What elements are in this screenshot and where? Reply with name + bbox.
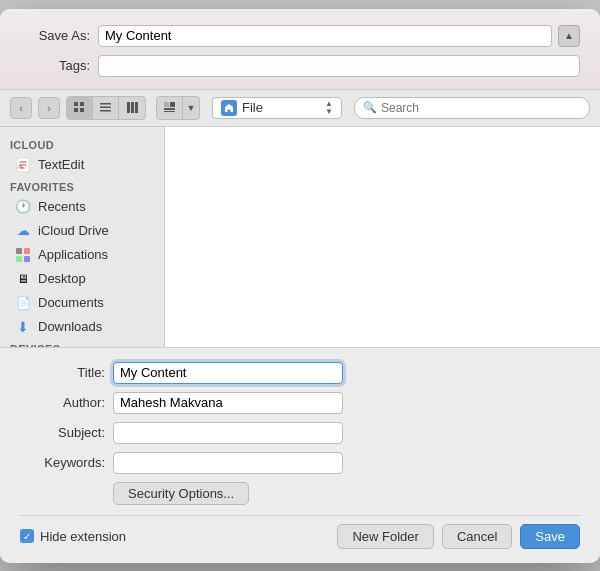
location-selector[interactable]: File ▲ ▼ [212, 97, 342, 119]
back-icon: ‹ [19, 102, 23, 114]
favorites-section-label: Favorites [0, 177, 164, 195]
author-input[interactable] [113, 392, 343, 414]
sidebar-item-desktop[interactable]: 🖥 Desktop [4, 267, 160, 291]
svg-rect-11 [170, 102, 175, 107]
browser-main: iCloud A TextEdit Favorites 🕐 [0, 127, 600, 347]
sidebar-item-recents[interactable]: 🕐 Recents [4, 195, 160, 219]
save-as-row: Save As: ▲ [20, 25, 580, 47]
devices-section-label: Devices [0, 339, 164, 347]
view-toggle [66, 96, 146, 120]
recents-label: Recents [38, 199, 86, 214]
title-input[interactable] [113, 362, 343, 384]
svg-rect-2 [74, 108, 78, 112]
svg-rect-12 [164, 108, 175, 110]
view-columns-button[interactable] [119, 97, 145, 119]
documents-icon: 📄 [14, 294, 32, 312]
sidebar-item-documents[interactable]: 📄 Documents [4, 291, 160, 315]
search-icon: 🔍 [363, 101, 377, 114]
sidebar-item-applications[interactable]: Applications [4, 243, 160, 267]
top-section: Save As: ▲ Tags: [0, 9, 600, 89]
new-folder-button[interactable]: New Folder [337, 524, 433, 549]
expand-button[interactable]: ▲ [558, 25, 580, 47]
forward-icon: › [47, 102, 51, 114]
save-dialog: Save As: ▲ Tags: ‹ › [0, 9, 600, 563]
sidebar-item-icloud-drive[interactable]: ☁ iCloud Drive [4, 219, 160, 243]
svg-rect-1 [80, 102, 84, 106]
view-cover-flow[interactable] [157, 97, 183, 119]
hide-extension-checkbox[interactable]: ✓ [20, 529, 34, 543]
view-icon-button[interactable] [67, 97, 93, 119]
svg-rect-18 [16, 256, 22, 262]
downloads-icon: ⬇ [14, 318, 32, 336]
tags-row: Tags: [20, 55, 580, 77]
svg-rect-9 [135, 102, 138, 113]
view-list-button[interactable] [93, 97, 119, 119]
bottom-actions: ✓ Hide extension New Folder Cancel Save [20, 515, 580, 549]
svg-text:A: A [17, 162, 23, 170]
svg-rect-16 [16, 248, 22, 254]
keywords-input[interactable] [113, 452, 343, 474]
desktop-icon: 🖥 [14, 270, 32, 288]
security-options-button[interactable]: Security Options... [113, 482, 249, 505]
svg-rect-6 [100, 110, 111, 112]
save-button[interactable]: Save [520, 524, 580, 549]
icloud-drive-label: iCloud Drive [38, 223, 109, 238]
view-extra-chevron[interactable]: ▼ [183, 97, 199, 119]
hide-extension-row: ✓ Hide extension [20, 529, 126, 544]
desktop-label: Desktop [38, 271, 86, 286]
cancel-button[interactable]: Cancel [442, 524, 512, 549]
sidebar-item-textedit[interactable]: A TextEdit [4, 153, 160, 177]
search-box: 🔍 [354, 97, 590, 119]
search-input[interactable] [381, 101, 581, 115]
applications-icon [14, 246, 32, 264]
icloud-drive-icon: ☁ [14, 222, 32, 240]
documents-label: Documents [38, 295, 104, 310]
svg-rect-0 [74, 102, 78, 106]
file-content-area [165, 127, 600, 347]
icloud-section-label: iCloud [0, 135, 164, 153]
toolbar: ‹ › [0, 90, 600, 127]
save-as-input[interactable] [98, 25, 552, 47]
sidebar-item-downloads[interactable]: ⬇ Downloads [4, 315, 160, 339]
textedit-icon: A [14, 156, 32, 174]
tags-input[interactable] [98, 55, 580, 77]
subject-row: Subject: [20, 422, 580, 444]
view-flow-button[interactable]: ▼ [156, 96, 200, 120]
expand-icon: ▲ [564, 30, 574, 41]
save-as-label: Save As: [20, 28, 90, 43]
svg-rect-8 [131, 102, 134, 113]
svg-rect-13 [164, 111, 175, 112]
keywords-row: Keywords: [20, 452, 580, 474]
location-arrows: ▲ ▼ [325, 100, 333, 116]
applications-label: Applications [38, 247, 108, 262]
downloads-label: Downloads [38, 319, 102, 334]
svg-rect-10 [164, 102, 169, 107]
forward-button[interactable]: › [38, 97, 60, 119]
svg-rect-3 [80, 108, 84, 112]
location-icon [221, 100, 237, 116]
title-label: Title: [20, 365, 105, 380]
author-row: Author: [20, 392, 580, 414]
browser-section: ‹ › [0, 89, 600, 348]
textedit-label: TextEdit [38, 157, 84, 172]
tags-label: Tags: [20, 58, 90, 73]
subject-input[interactable] [113, 422, 343, 444]
subject-label: Subject: [20, 425, 105, 440]
recents-icon: 🕐 [14, 198, 32, 216]
checkmark-icon: ✓ [23, 531, 31, 542]
svg-rect-7 [127, 102, 130, 113]
location-name: File [242, 100, 325, 115]
svg-rect-17 [24, 248, 30, 254]
title-row: Title: [20, 362, 580, 384]
svg-rect-19 [24, 256, 30, 262]
author-label: Author: [20, 395, 105, 410]
hide-extension-label: Hide extension [40, 529, 126, 544]
svg-rect-4 [100, 103, 111, 105]
keywords-label: Keywords: [20, 455, 105, 470]
back-button[interactable]: ‹ [10, 97, 32, 119]
sidebar: iCloud A TextEdit Favorites 🕐 [0, 127, 165, 347]
bottom-form-section: Title: Author: Subject: Keywords: Securi… [0, 348, 600, 563]
svg-rect-5 [100, 107, 111, 109]
